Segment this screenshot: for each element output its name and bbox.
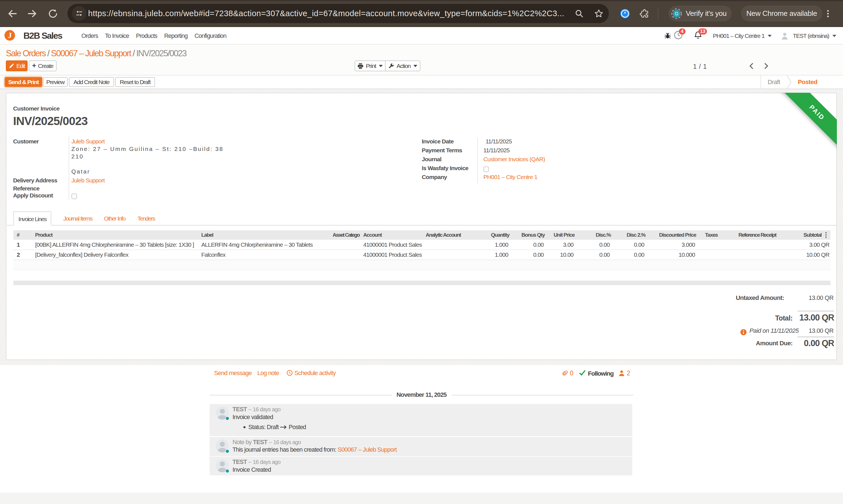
svg-text:G: G <box>675 11 678 16</box>
